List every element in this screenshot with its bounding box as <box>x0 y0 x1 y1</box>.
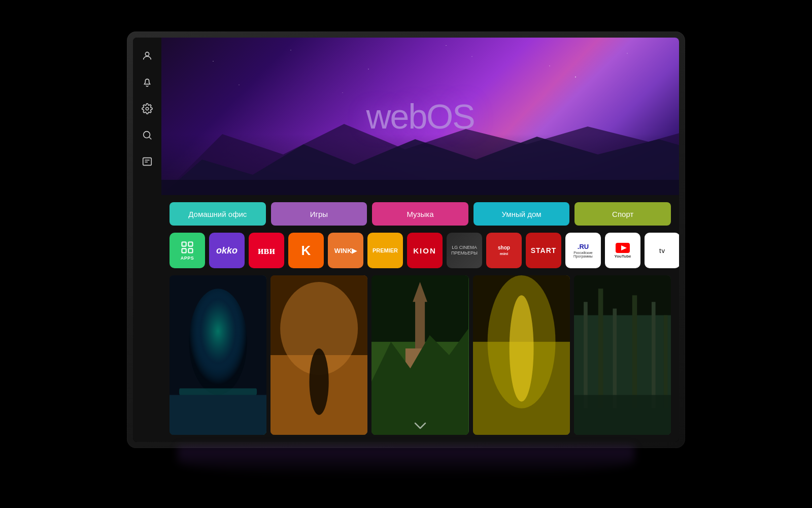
sidebar <box>133 38 161 442</box>
app-shopmini[interactable]: shopmini <box>486 233 522 268</box>
wink-label: WINK▶ <box>334 247 357 255</box>
tv-screen: webOS Домашний офис Игры Музыка Умный до… <box>133 38 679 442</box>
app-kinopoisk[interactable]: K <box>288 233 324 268</box>
app-premier[interactable]: PREMIER <box>367 233 403 268</box>
thumbnail-5-image <box>574 275 671 435</box>
svg-point-2 <box>144 132 150 138</box>
sidebar-icon-search[interactable] <box>139 127 155 143</box>
tv-reflection <box>178 446 634 477</box>
app-okko[interactable]: okko <box>209 233 245 268</box>
thumbnail-4[interactable] <box>473 275 570 435</box>
thumbnail-1[interactable] <box>170 275 266 435</box>
svg-point-0 <box>145 52 149 56</box>
app-ivi[interactable]: иви <box>249 233 284 268</box>
app-ru[interactable]: .RU РоссийскиеПрограммы <box>565 233 601 268</box>
scroll-indicator <box>414 421 426 432</box>
chevron-down-icon <box>414 422 426 429</box>
category-home-office[interactable]: Домашний офис <box>170 202 266 226</box>
svg-rect-24 <box>170 395 266 435</box>
app-kion[interactable]: KION <box>407 233 443 268</box>
svg-rect-42 <box>598 289 603 408</box>
svg-point-38 <box>509 295 533 401</box>
category-smart-home[interactable]: Умный дом <box>473 202 570 226</box>
premier-label: PREMIER <box>373 247 398 253</box>
svg-rect-11 <box>188 242 192 246</box>
category-music[interactable]: Музыка <box>372 202 468 226</box>
sidebar-icon-user[interactable] <box>139 48 155 64</box>
app-start[interactable]: START <box>526 233 561 268</box>
ivi-label: иви <box>258 245 275 257</box>
main-content: webOS Домашний офис Игры Музыка Умный до… <box>161 38 679 442</box>
grid-icon <box>180 240 194 255</box>
thumbnail-1-image <box>170 275 266 435</box>
bottom-section: Домашний офис Игры Музыка Умный дом Спор… <box>161 195 679 442</box>
thumbnail-3[interactable] <box>371 275 468 435</box>
app-youtube[interactable]: YouTube <box>605 233 640 268</box>
thumbnail-2-image <box>270 275 367 435</box>
okko-label: okko <box>216 245 238 256</box>
svg-point-1 <box>146 107 149 110</box>
tv-frame: webOS Домашний офис Игры Музыка Умный до… <box>127 31 685 448</box>
app-apps[interactable]: APPS <box>170 233 205 268</box>
thumbnail-2[interactable] <box>270 275 367 435</box>
youtube-icon <box>616 243 630 253</box>
thumbnail-5[interactable] <box>574 275 671 435</box>
categories-row: Домашний офис Игры Музыка Умный дом Спор… <box>170 202 671 226</box>
sidebar-icon-notifications[interactable] <box>139 74 155 90</box>
svg-rect-41 <box>584 302 588 408</box>
sidebar-icon-guide[interactable] <box>139 153 155 170</box>
thumbnail-4-image <box>473 275 570 435</box>
svg-rect-45 <box>652 302 656 408</box>
svg-rect-12 <box>182 248 186 252</box>
app-lgcinema[interactable]: LG CINEMAПРЕМЬЕРЫ <box>447 233 482 268</box>
svg-rect-4 <box>143 158 152 166</box>
svg-point-29 <box>310 348 329 415</box>
category-games[interactable]: Игры <box>271 202 367 226</box>
app-appletv[interactable]: tv <box>645 233 679 268</box>
apps-label: APPS <box>181 256 194 261</box>
svg-rect-47 <box>574 395 671 435</box>
svg-rect-9 <box>161 180 679 195</box>
svg-rect-13 <box>188 248 192 252</box>
hero-banner: webOS <box>161 38 679 195</box>
svg-point-23 <box>189 289 247 395</box>
svg-rect-44 <box>632 295 637 408</box>
svg-line-3 <box>149 137 151 139</box>
category-sport[interactable]: Спорт <box>574 202 671 226</box>
thumbnail-3-image <box>371 275 468 435</box>
sidebar-icon-settings[interactable] <box>139 101 155 117</box>
app-wink[interactable]: WINK▶ <box>328 233 363 268</box>
thumbnails-row <box>170 275 671 435</box>
svg-rect-46 <box>664 315 668 408</box>
youtube-label: YouTube <box>614 254 631 259</box>
svg-rect-10 <box>182 242 186 246</box>
kion-label: KION <box>413 246 436 255</box>
svg-rect-43 <box>613 308 617 408</box>
kinopoisk-label: K <box>301 243 311 259</box>
webos-logo: webOS <box>366 97 475 136</box>
apps-row: APPS okko иви K <box>170 233 671 268</box>
svg-rect-25 <box>179 388 257 395</box>
